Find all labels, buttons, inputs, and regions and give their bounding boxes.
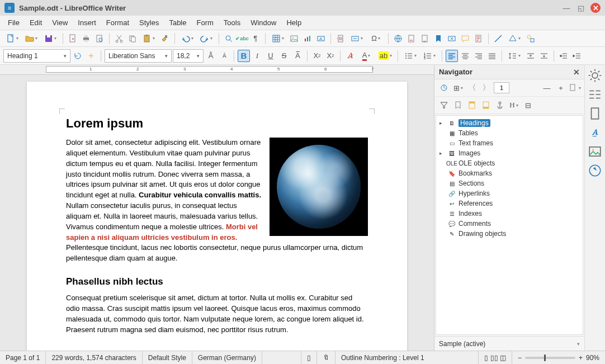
align-center-button[interactable] bbox=[459, 50, 471, 62]
status-signature[interactable]: 🔖︎ bbox=[317, 351, 335, 364]
italic-button[interactable]: I bbox=[251, 50, 263, 62]
basic-shapes-button[interactable] bbox=[505, 32, 523, 45]
open-button[interactable] bbox=[22, 32, 40, 45]
insert-table-button[interactable] bbox=[269, 32, 287, 45]
nav-item-drawing-objects[interactable]: ✎Drawing objects bbox=[437, 229, 582, 239]
sidebar-gallery-icon[interactable] bbox=[588, 144, 602, 159]
menu-window[interactable]: Window bbox=[246, 17, 281, 29]
zoom-out-icon[interactable]: − bbox=[518, 354, 522, 362]
font-name-combo[interactable]: Liberation Sans bbox=[105, 49, 172, 63]
paragraph-style-combo[interactable]: Heading 1 bbox=[3, 49, 70, 63]
heading-2[interactable]: Phasellus nibh lectus bbox=[66, 276, 368, 287]
clear-formatting-button[interactable]: A̷ bbox=[344, 50, 356, 62]
paragraph-2[interactable]: Consequat pretium scelerisque sit amet, … bbox=[66, 293, 368, 335]
increase-spacing-button[interactable] bbox=[524, 50, 537, 62]
nav-item-bookmarks[interactable]: 🔖Bookmarks bbox=[437, 168, 582, 178]
endnote-button[interactable] bbox=[419, 32, 431, 45]
navigator-close-button[interactable]: ✕ bbox=[573, 68, 580, 77]
nav-header-button[interactable] bbox=[466, 99, 478, 111]
menu-insert[interactable]: Insert bbox=[73, 17, 101, 29]
menu-table[interactable]: Table bbox=[164, 17, 191, 29]
print-button[interactable] bbox=[80, 32, 92, 45]
grow-font-button[interactable]: Â bbox=[205, 50, 217, 62]
bookmark-button[interactable] bbox=[432, 32, 445, 45]
status-insert-mode[interactable] bbox=[262, 351, 301, 364]
status-style[interactable]: Default Style bbox=[143, 351, 192, 364]
clone-formatting-button[interactable] bbox=[159, 32, 171, 45]
sidebar-page-icon[interactable] bbox=[588, 106, 602, 121]
footnote-button[interactable] bbox=[405, 32, 418, 45]
nav-toggle-button[interactable] bbox=[438, 82, 450, 94]
nav-item-hyperlinks[interactable]: 🔗Hyperlinks bbox=[437, 188, 582, 198]
update-style-button[interactable] bbox=[72, 50, 84, 62]
new-style-button[interactable]: + bbox=[85, 50, 97, 62]
formatting-marks-button[interactable]: ¶ bbox=[249, 32, 262, 45]
overline-button[interactable]: A̅ bbox=[291, 50, 304, 62]
cross-reference-button[interactable] bbox=[446, 32, 458, 45]
status-view-buttons[interactable]: ▯ ▯▯ ◫ bbox=[479, 351, 512, 364]
horizontal-ruler[interactable]: 1 2 3 4 5 6 7 bbox=[0, 65, 434, 75]
decrease-indent-button[interactable] bbox=[571, 50, 583, 62]
nav-heading-levels-button[interactable]: H bbox=[508, 99, 520, 111]
navigator-tree[interactable]: ▸🗎Headings▦Tables▭Text frames▸🖼︎ImagesOL… bbox=[436, 115, 583, 335]
insert-chart-button[interactable] bbox=[301, 32, 314, 45]
navigator-footer[interactable]: Sample (active)▾ bbox=[434, 336, 584, 351]
strikethrough-button[interactable]: S bbox=[278, 50, 290, 62]
page-break-button[interactable] bbox=[334, 32, 347, 45]
nav-item-sections[interactable]: ▤Sections bbox=[437, 178, 582, 188]
sidebar-navigator-icon[interactable] bbox=[588, 163, 602, 178]
nav-page-input[interactable] bbox=[494, 82, 509, 93]
sidebar-styles-icon[interactable]: A̲ bbox=[588, 125, 602, 140]
increase-indent-button[interactable] bbox=[557, 50, 570, 62]
zoom-slider[interactable] bbox=[525, 357, 575, 359]
nav-anchor-button[interactable] bbox=[494, 99, 506, 111]
nav-item-images[interactable]: ▸🖼︎Images bbox=[437, 148, 582, 158]
sidebar-settings-icon[interactable] bbox=[588, 68, 602, 83]
nav-next-button[interactable]: 〉 bbox=[480, 82, 492, 94]
sidebar-properties-icon[interactable] bbox=[588, 87, 602, 102]
new-document-button[interactable] bbox=[3, 32, 21, 45]
zoom-control[interactable]: − + 90% bbox=[512, 354, 605, 362]
decrease-spacing-button[interactable] bbox=[538, 50, 550, 62]
font-size-combo[interactable]: 18,2 bbox=[173, 49, 204, 63]
menu-edit[interactable]: Edit bbox=[25, 17, 46, 29]
nav-filter-button[interactable] bbox=[438, 99, 450, 111]
copy-button[interactable] bbox=[126, 32, 139, 45]
earth-image[interactable] bbox=[270, 138, 368, 236]
nav-item-text-frames[interactable]: ▭Text frames bbox=[437, 138, 582, 148]
font-color-button[interactable]: A bbox=[357, 50, 375, 62]
superscript-button[interactable]: X2 bbox=[311, 50, 323, 62]
align-right-button[interactable] bbox=[472, 50, 485, 62]
menu-form[interactable]: Form bbox=[192, 17, 218, 29]
print-preview-button[interactable] bbox=[93, 32, 106, 45]
number-list-button[interactable]: 123 bbox=[420, 50, 438, 62]
spellcheck-button[interactable]: ✔︎abc bbox=[236, 32, 248, 45]
underline-button[interactable]: U bbox=[264, 50, 277, 62]
status-language[interactable]: German (Germany) bbox=[192, 351, 262, 364]
nav-item-comments[interactable]: 💬Comments bbox=[437, 219, 582, 229]
minimize-button[interactable]: — bbox=[561, 3, 571, 13]
track-changes-button[interactable] bbox=[472, 32, 485, 45]
bullet-list-button[interactable] bbox=[401, 50, 419, 62]
document-page[interactable]: Lorem ipsum Dolor sit amet, consectetur … bbox=[27, 82, 407, 351]
maximize-button[interactable]: ◱ bbox=[576, 3, 586, 13]
menu-format[interactable]: Format bbox=[102, 17, 134, 29]
align-left-button[interactable] bbox=[446, 50, 458, 62]
status-page[interactable]: Page 1 of 1 bbox=[0, 351, 46, 364]
nav-prev-button[interactable]: 〈 bbox=[466, 82, 478, 94]
menu-styles[interactable]: Styles bbox=[135, 17, 163, 29]
nav-item-indexes[interactable]: ☰Indexes bbox=[437, 209, 582, 219]
cut-button[interactable] bbox=[113, 32, 125, 45]
save-button[interactable] bbox=[41, 32, 59, 45]
comment-button[interactable] bbox=[459, 32, 471, 45]
nav-promote-button[interactable]: — bbox=[541, 82, 553, 94]
heading-1[interactable]: Lorem ipsum bbox=[66, 116, 368, 131]
menu-tools[interactable]: Tools bbox=[219, 17, 245, 29]
nav-listbox-button[interactable]: ⊟ bbox=[522, 99, 534, 111]
export-pdf-button[interactable] bbox=[67, 32, 79, 45]
redo-button[interactable] bbox=[197, 32, 215, 45]
highlight-color-button[interactable]: ab bbox=[376, 50, 394, 62]
insert-image-button[interactable] bbox=[288, 32, 300, 45]
nav-footer-button[interactable] bbox=[480, 99, 492, 111]
bold-button[interactable]: B bbox=[238, 50, 250, 62]
